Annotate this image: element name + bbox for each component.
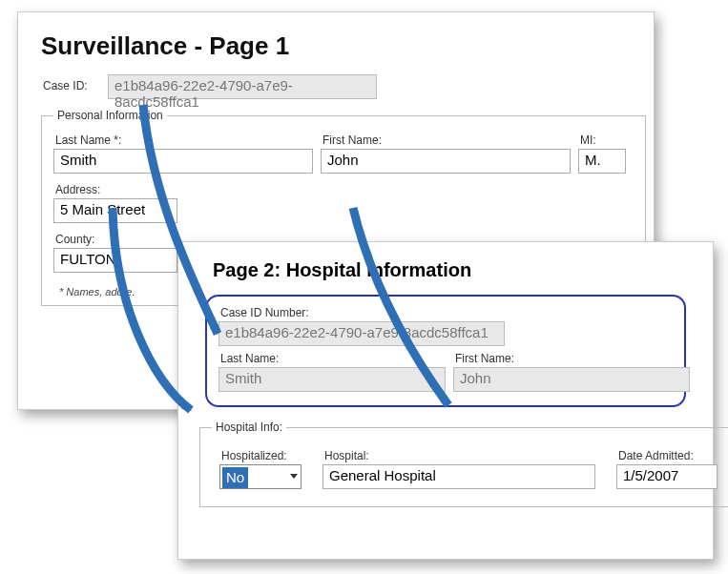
first-name-label: First Name:: [322, 133, 571, 147]
page2-case-id-label: Case ID Number:: [220, 306, 673, 319]
page2-panel: Page 2: Hospital Information Case ID Num…: [177, 241, 714, 560]
last-name-input[interactable]: Smith: [53, 149, 313, 174]
case-id-row: Case ID: e1b84a96-22e2-4790-a7e9-8acdc58…: [41, 74, 631, 99]
page2-case-id-field: e1b84a96-22e2-4790-a7e9-8acdc58ffca1: [218, 321, 505, 346]
page2-first-name-field: John: [453, 367, 690, 392]
hospital-input[interactable]: General Hospital: [322, 464, 595, 489]
case-id-field: e1b84a96-22e2-4790-a7e9-8acdc58ffca1: [108, 74, 377, 99]
page2-last-name-field: Smith: [218, 367, 446, 392]
hospitalized-dropdown[interactable]: No: [219, 464, 302, 489]
page2-first-name-label: First Name:: [455, 352, 690, 365]
page2-title: Page 2: Hospital Information: [213, 259, 692, 281]
chevron-down-icon: [290, 474, 298, 479]
case-id-label: Case ID:: [43, 79, 108, 92]
date-admitted-label: Date Admitted:: [618, 449, 721, 462]
county-input[interactable]: FULTON: [53, 248, 177, 273]
page2-last-name-label: Last Name:: [220, 352, 446, 365]
address-input[interactable]: 5 Main Street: [53, 198, 177, 223]
mi-label: MI:: [580, 133, 626, 147]
linked-fields-highlight: Case ID Number: e1b84a96-22e2-4790-a7e9-…: [205, 295, 686, 407]
page1-title: Surveillance - Page 1: [41, 31, 631, 61]
hospital-label: Hospital:: [324, 449, 609, 462]
mi-input[interactable]: M.: [578, 149, 626, 174]
personal-info-legend: Personal Information: [53, 109, 167, 122]
first-name-input[interactable]: John: [321, 149, 571, 174]
date-admitted-input[interactable]: 1/5/2007: [616, 464, 718, 489]
hospital-info-fieldset: Hospital Info: Hospitalized: No Hospital…: [199, 420, 728, 507]
last-name-label: Last Name *:: [55, 133, 313, 147]
address-label: Address:: [55, 183, 216, 196]
hospital-info-legend: Hospital Info:: [212, 420, 286, 434]
hospitalized-label: Hospitalized:: [221, 449, 315, 462]
hospitalized-value: No: [222, 467, 248, 488]
